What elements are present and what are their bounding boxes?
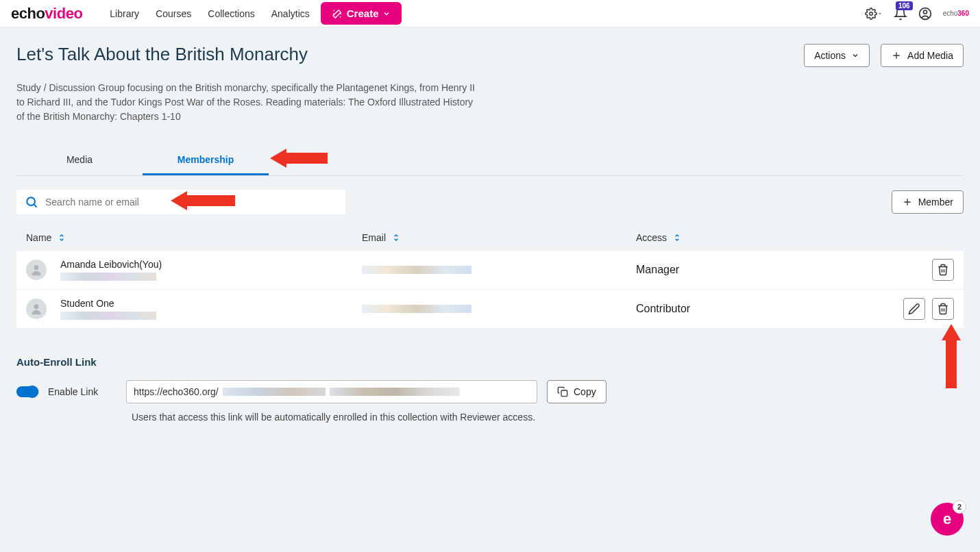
- main-content: Let's Talk About the British Monarchy Ac…: [0, 27, 980, 439]
- annotation-arrow-delete: [942, 324, 961, 388]
- chevron-down-icon: [382, 10, 391, 18]
- logo-part2: video: [45, 5, 82, 22]
- member-label: Member: [918, 197, 953, 208]
- auto-enroll-title: Auto-Enroll Link: [16, 356, 964, 368]
- table-row: Student One Contributor: [16, 289, 964, 329]
- svg-point-4: [34, 265, 39, 270]
- svg-rect-6: [561, 390, 567, 397]
- svg-point-2: [923, 10, 927, 14]
- top-bar: echovideo Library Courses Collections An…: [0, 0, 980, 27]
- sort-icon[interactable]: [391, 233, 401, 242]
- user-icon: [29, 302, 43, 316]
- nav-courses[interactable]: Courses: [156, 8, 191, 19]
- page-title: Let's Talk About the British Monarchy: [16, 44, 793, 65]
- delete-member-button[interactable]: [932, 298, 954, 320]
- actions-label: Actions: [814, 50, 846, 61]
- auto-enroll-hint: Users that access this link will be auto…: [132, 412, 964, 423]
- svg-point-5: [34, 304, 39, 309]
- enable-link-label: Enable Link: [48, 386, 117, 397]
- avatar: [26, 260, 47, 280]
- tabs: Media Membership: [16, 146, 964, 176]
- nav-library[interactable]: Library: [110, 8, 139, 19]
- member-access: Contributor: [636, 303, 690, 315]
- page-header: Let's Talk About the British Monarchy Ac…: [16, 44, 964, 67]
- col-name-label: Name: [26, 232, 51, 243]
- copy-link-button[interactable]: Copy: [547, 380, 607, 403]
- annotation-arrow-membership: [270, 149, 328, 168]
- trash-icon: [937, 264, 949, 276]
- add-media-button[interactable]: Add Media: [881, 44, 964, 67]
- member-name: Student One: [60, 298, 156, 309]
- user-icon: [29, 263, 43, 277]
- table-row: Amanda Leibovich(You) Manager: [16, 250, 964, 289]
- avatar: [26, 299, 47, 319]
- pencil-icon: [908, 303, 920, 315]
- notification-badge: 106: [896, 1, 913, 10]
- redacted-link: [330, 388, 460, 396]
- link-prefix: https://echo360.org/: [134, 386, 219, 397]
- top-nav: Library Courses Collections Analytics: [110, 8, 309, 19]
- tab-media[interactable]: Media: [16, 146, 143, 175]
- sort-icon[interactable]: [57, 233, 66, 242]
- search-icon: [25, 195, 38, 209]
- small-brand: echo360: [943, 10, 969, 17]
- nav-analytics[interactable]: Analytics: [271, 8, 310, 19]
- create-label: Create: [347, 8, 379, 19]
- page-description: Study / Discussion Group focusing on the…: [16, 81, 482, 124]
- svg-point-3: [27, 197, 35, 205]
- auto-enroll-row: Enable Link https://echo360.org/ Copy: [16, 380, 964, 403]
- account-button[interactable]: [918, 7, 932, 21]
- add-media-label: Add Media: [907, 50, 953, 61]
- user-circle-icon: [918, 7, 932, 21]
- plus-icon: [891, 50, 902, 61]
- redacted-email: [60, 312, 156, 320]
- enable-link-toggle[interactable]: [16, 386, 38, 397]
- svg-point-0: [869, 12, 872, 15]
- chevron-down-icon: [851, 51, 859, 60]
- gear-icon: [865, 8, 877, 20]
- col-access-label: Access: [636, 232, 667, 243]
- redacted-email: [60, 273, 156, 281]
- plus-icon: [902, 197, 913, 208]
- trash-icon: [937, 303, 949, 315]
- redacted-link: [223, 388, 326, 396]
- topbar-right: 106 echo360: [865, 7, 969, 21]
- redacted-email-col: [362, 305, 471, 313]
- nav-collections[interactable]: Collections: [208, 8, 254, 19]
- sort-icon[interactable]: [672, 233, 682, 242]
- logo[interactable]: echovideo: [11, 5, 82, 23]
- actions-button[interactable]: Actions: [804, 44, 870, 67]
- notifications-button[interactable]: 106: [894, 7, 907, 21]
- delete-member-button[interactable]: [932, 259, 954, 281]
- magic-wand-icon: [332, 8, 343, 19]
- tab-membership[interactable]: Membership: [143, 146, 269, 175]
- members-table: Name Email Access Amanda Leibovich(You): [16, 225, 964, 329]
- member-name: Amanda Leibovich(You): [60, 259, 162, 270]
- copy-label: Copy: [574, 386, 596, 397]
- col-email-label: Email: [362, 232, 386, 243]
- edit-member-button[interactable]: [903, 298, 925, 320]
- create-button[interactable]: Create: [321, 2, 402, 25]
- auto-enroll-link-input[interactable]: https://echo360.org/: [126, 380, 537, 403]
- settings-button[interactable]: [865, 8, 883, 20]
- membership-toolbar: Member: [16, 190, 964, 214]
- redacted-email-col: [362, 266, 471, 274]
- member-access: Manager: [636, 264, 679, 276]
- add-member-button[interactable]: Member: [892, 190, 964, 214]
- chevron-down-icon: [877, 11, 883, 16]
- table-header: Name Email Access: [16, 225, 964, 250]
- copy-icon: [557, 386, 568, 397]
- annotation-arrow-search: [171, 191, 235, 210]
- logo-part1: echo: [11, 5, 45, 22]
